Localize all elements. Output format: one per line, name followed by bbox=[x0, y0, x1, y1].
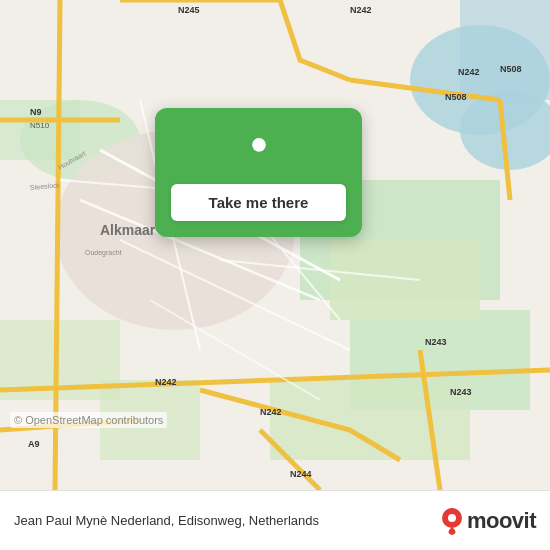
map-view[interactable]: N9 N510 N245 N242 N242 N508 N508 N243 N2… bbox=[0, 0, 550, 490]
location-label: Jean Paul Mynè Nederland, Edisonweg, Net… bbox=[14, 513, 431, 528]
location-pin-icon bbox=[235, 126, 283, 174]
map-copyright: © OpenStreetMap contributors bbox=[10, 412, 167, 428]
svg-point-34 bbox=[448, 514, 456, 522]
svg-rect-11 bbox=[270, 380, 470, 460]
bottom-bar: Jean Paul Mynè Nederland, Edisonweg, Net… bbox=[0, 490, 550, 550]
moovit-logo: moovit bbox=[441, 507, 536, 535]
svg-text:N242: N242 bbox=[350, 5, 372, 15]
svg-text:N243: N243 bbox=[425, 337, 447, 347]
svg-point-32 bbox=[252, 138, 266, 152]
svg-text:N242: N242 bbox=[155, 377, 177, 387]
svg-rect-8 bbox=[330, 240, 480, 320]
svg-text:N242: N242 bbox=[458, 67, 480, 77]
svg-text:Alkmaar: Alkmaar bbox=[100, 222, 156, 238]
moovit-brand-name: moovit bbox=[467, 508, 536, 534]
svg-text:N243: N243 bbox=[450, 387, 472, 397]
svg-text:N508: N508 bbox=[500, 64, 522, 74]
svg-text:N244: N244 bbox=[290, 469, 312, 479]
svg-text:Oudegracht: Oudegracht bbox=[85, 249, 122, 257]
svg-text:N245: N245 bbox=[178, 5, 200, 15]
svg-text:N508: N508 bbox=[445, 92, 467, 102]
svg-rect-3 bbox=[460, 0, 550, 100]
svg-text:A9: A9 bbox=[28, 439, 40, 449]
location-popup: Take me there bbox=[155, 108, 362, 237]
svg-text:N510: N510 bbox=[30, 121, 50, 130]
take-me-there-button[interactable]: Take me there bbox=[171, 184, 346, 221]
svg-text:N9: N9 bbox=[30, 107, 42, 117]
moovit-pin-icon bbox=[441, 507, 463, 535]
svg-text:N242: N242 bbox=[260, 407, 282, 417]
